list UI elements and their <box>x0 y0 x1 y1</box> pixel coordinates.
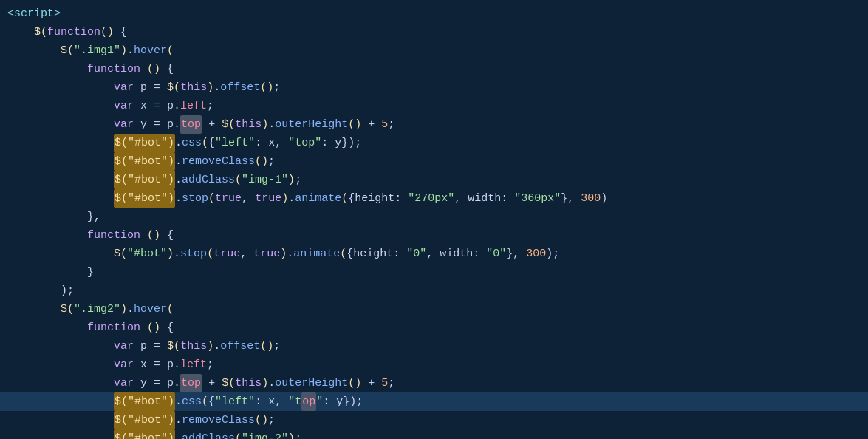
code-line-23: $("#bot") . removeClass () ; <box>0 411 868 429</box>
code-line-2: $ ( function () { <box>0 23 868 41</box>
code-line-7: var y = p. top + $ ( this ) . outerHeigh… <box>0 115 868 134</box>
code-line-5: var p = $ ( this ) . offset () ; <box>0 78 868 97</box>
code-line-12: }, <box>0 208 868 226</box>
code-line-10: $("#bot") . addClass ( "img-1" ) ; <box>0 171 868 189</box>
code-line-9: $("#bot") . removeClass () ; <box>0 152 868 171</box>
code-line-4: function () { <box>0 60 868 78</box>
code-line-1: <script> <box>0 4 868 23</box>
code-line-18: function () { <box>0 319 868 337</box>
code-line-22: $("#bot") . css ( { "left" : x, "top" : … <box>0 392 868 411</box>
code-line-14: $ ( "#bot" ) . stop ( true , true ) . an… <box>0 245 868 263</box>
code-line-16: ); <box>0 282 868 300</box>
tag-open: <script> <box>7 4 61 23</box>
code-line-24: $("#bot") . addClass ( "img-2" ) ; <box>0 429 868 439</box>
code-line-19: var p = $ ( this ) . offset () ; <box>0 337 868 355</box>
code-line-6: var x = p. left ; <box>0 97 868 115</box>
code-line-21: var y = p. top + $ ( this ) . outerHeigh… <box>0 374 868 392</box>
code-line-11: $("#bot") . stop ( true , true ) . anima… <box>0 189 868 208</box>
code-line-3: $ ( ".img1" ) . hover ( <box>0 41 868 60</box>
code-line-17: $ ( ".img2" ) . hover ( <box>0 300 868 319</box>
code-editor: <script> $ ( function () { $ ( ".img1" )… <box>0 0 868 439</box>
code-line-15: } <box>0 263 868 282</box>
code-line-20: var x = p. left ; <box>0 355 868 374</box>
code-line-13: function () { <box>0 226 868 245</box>
code-line-8: $("#bot") . css ( { "left" : x, "top" : … <box>0 134 868 152</box>
